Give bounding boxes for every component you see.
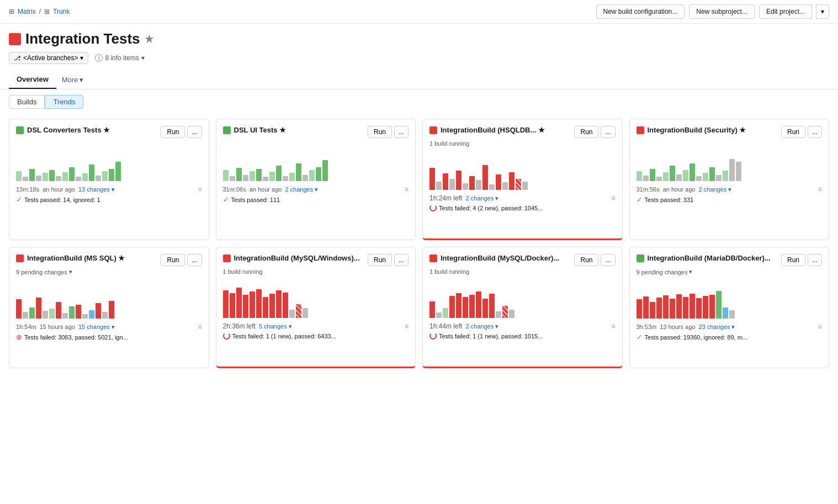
chart-bar bbox=[82, 314, 88, 319]
more-button[interactable]: ... bbox=[601, 126, 615, 138]
breadcrumb-part2[interactable]: Trunk bbox=[53, 8, 70, 15]
run-button[interactable]: Run bbox=[781, 126, 805, 138]
chart-bar bbox=[736, 162, 741, 181]
changes-link[interactable]: 13 changes ▾ bbox=[78, 186, 115, 193]
chart-bar bbox=[236, 168, 242, 181]
chart-bar bbox=[463, 297, 468, 318]
chart-bar bbox=[696, 176, 702, 181]
card-result: ✓ Tests passed: 111 bbox=[223, 195, 409, 204]
new-subproject-button[interactable]: New subproject... bbox=[689, 4, 755, 19]
chart-area bbox=[223, 279, 409, 318]
changes-link[interactable]: 23 changes ▾ bbox=[698, 323, 735, 331]
run-button[interactable]: Run bbox=[161, 126, 185, 138]
tab-more[interactable]: More ▾ bbox=[56, 71, 89, 88]
more-button[interactable]: ... bbox=[808, 254, 822, 266]
result-text: Tests passed: 19360, ignored: 89, m... bbox=[645, 334, 748, 341]
breadcrumb-part1[interactable]: Matrix bbox=[18, 8, 36, 15]
card-footer: 1h:44m left 2 changes ▾ ≡ bbox=[429, 322, 616, 330]
more-button[interactable]: ... bbox=[394, 254, 409, 266]
card-title: DSL Converters Tests ★ bbox=[16, 126, 161, 135]
tab-overview[interactable]: Overview bbox=[9, 71, 56, 89]
top-bar: ⊞ Matrix / ⊞ Trunk New build configurati… bbox=[0, 0, 838, 24]
chart-bar bbox=[303, 308, 308, 318]
more-button[interactable]: ... bbox=[187, 254, 201, 266]
changes-link[interactable]: 5 changes ▾ bbox=[259, 323, 292, 330]
chart-bar bbox=[482, 165, 488, 190]
chart-bar bbox=[670, 299, 675, 319]
more-button[interactable]: ... bbox=[187, 126, 201, 138]
run-button[interactable]: Run bbox=[574, 254, 598, 266]
time-left: 2h:36m left bbox=[223, 322, 256, 330]
breadcrumb-icon2: ⊞ bbox=[44, 8, 50, 15]
pending-chevron-icon: ▾ bbox=[69, 268, 72, 275]
filter-icon[interactable]: ≡ bbox=[818, 323, 822, 331]
filter-icon[interactable]: ≡ bbox=[611, 322, 615, 330]
card-result: ✓ Tests passed: 331 bbox=[637, 195, 823, 204]
chart-bar bbox=[709, 167, 715, 181]
chart-bar bbox=[496, 311, 501, 318]
subtab-builds[interactable]: Builds bbox=[9, 95, 45, 109]
filter-icon[interactable]: ≡ bbox=[611, 194, 615, 202]
chart-bar bbox=[496, 174, 501, 190]
new-build-config-button[interactable]: New build configuration... bbox=[596, 4, 685, 19]
filter-icon[interactable]: ≡ bbox=[818, 185, 822, 193]
card-actions: Run ... bbox=[781, 126, 822, 138]
card-footer-right: ≡ bbox=[611, 322, 615, 330]
matrix-grid-icon: ⊞ bbox=[9, 8, 14, 15]
card-footer-left: 3h:53m 13 hours ago 23 changes ▾ bbox=[637, 323, 735, 331]
chart-bar bbox=[102, 171, 108, 181]
result-text: Tests passed: 14, ignored: 1 bbox=[24, 197, 100, 203]
result-text: Tests failed: 3083, passed: 5021, ign... bbox=[24, 334, 128, 341]
chart-bar bbox=[643, 176, 649, 181]
chart-bar bbox=[663, 295, 669, 319]
chart-bar bbox=[56, 176, 61, 181]
chart-bar bbox=[49, 309, 55, 319]
result-ok-icon: ✓ bbox=[637, 333, 643, 341]
changes-link[interactable]: 2 changes ▾ bbox=[698, 186, 731, 193]
favorite-star-icon[interactable]: ★ bbox=[145, 33, 153, 45]
edit-project-button[interactable]: Edit project... bbox=[759, 4, 812, 19]
pending-changes: 9 pending changes ▾ bbox=[637, 268, 823, 275]
card-footer: 1h:24m left 2 changes ▾ ≡ bbox=[429, 194, 616, 202]
chart-area bbox=[637, 142, 823, 181]
chart-bar bbox=[703, 173, 708, 181]
card-footer: 31m:06s an hour ago 2 changes ▾ ≡ bbox=[223, 185, 409, 193]
filter-icon[interactable]: ≡ bbox=[405, 185, 409, 193]
more-button[interactable]: ... bbox=[394, 126, 409, 138]
chart-bar bbox=[23, 177, 28, 181]
page-title: Integration Tests bbox=[25, 30, 140, 47]
nav-tabs: Overview More ▾ bbox=[0, 71, 838, 89]
filter-icon[interactable]: ≡ bbox=[198, 185, 201, 193]
chart-bar bbox=[263, 297, 268, 318]
info-items-button[interactable]: i 8 info items ▾ bbox=[95, 54, 144, 62]
changes-link[interactable]: 2 changes ▾ bbox=[465, 195, 498, 202]
edit-project-dropdown[interactable]: ▾ bbox=[816, 4, 829, 19]
chart-bar bbox=[250, 291, 255, 318]
more-button[interactable]: ... bbox=[808, 126, 822, 138]
filter-icon[interactable]: ≡ bbox=[405, 322, 409, 330]
run-button[interactable]: Run bbox=[574, 126, 598, 138]
filter-icon[interactable]: ≡ bbox=[198, 323, 201, 331]
more-button[interactable]: ... bbox=[601, 254, 615, 266]
chart-bar bbox=[690, 294, 695, 319]
result-ok-icon: ✓ bbox=[223, 195, 229, 204]
branch-selector[interactable]: ⎇ <Active branches> ▾ bbox=[9, 52, 88, 64]
card-footer-left: 1h:24m left 2 changes ▾ bbox=[429, 194, 498, 202]
run-button[interactable]: Run bbox=[161, 254, 185, 266]
card-title: IntegrationBuild (Security) ★ bbox=[637, 126, 781, 135]
changes-link[interactable]: 15 changes ▾ bbox=[78, 323, 115, 331]
chart-bar bbox=[723, 171, 728, 181]
card-footer-left: 2h:36m left 5 changes ▾ bbox=[223, 322, 292, 330]
changes-link[interactable]: 2 changes ▾ bbox=[285, 186, 318, 193]
more-chevron-icon: ▾ bbox=[79, 76, 83, 84]
card-footer-right: ≡ bbox=[611, 194, 615, 202]
run-button[interactable]: Run bbox=[781, 254, 805, 266]
run-button[interactable]: Run bbox=[368, 254, 392, 266]
run-button[interactable]: Run bbox=[368, 126, 392, 138]
card-result: ✓ Tests passed: 19360, ignored: 89, m... bbox=[637, 333, 823, 341]
subtab-trends[interactable]: Trends bbox=[45, 95, 83, 109]
chart-bar bbox=[62, 313, 68, 319]
changes-link[interactable]: 2 changes ▾ bbox=[465, 323, 498, 330]
top-actions: New build configuration... New subprojec… bbox=[596, 4, 830, 19]
chart-bar bbox=[96, 303, 101, 319]
